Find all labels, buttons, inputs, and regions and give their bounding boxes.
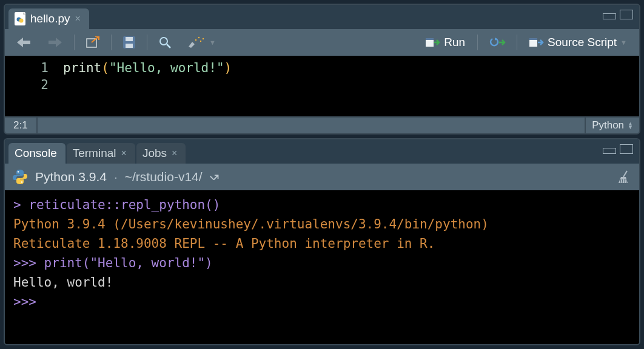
language-selector[interactable]: Python ▲▼: [585, 118, 639, 133]
svg-point-7: [160, 38, 167, 45]
svg-rect-6: [126, 44, 133, 48]
source-script-button[interactable]: Source Script ▼: [523, 33, 633, 52]
chevron-down-icon: ▼: [620, 39, 627, 46]
save-button[interactable]: [118, 33, 141, 52]
svg-point-12: [203, 38, 204, 39]
nav-forward-button[interactable]: [42, 34, 68, 51]
nav-back-button[interactable]: [11, 34, 36, 51]
svg-line-8: [167, 44, 170, 48]
close-icon[interactable]: ×: [75, 13, 81, 24]
source-icon: [529, 36, 544, 48]
svg-rect-5: [126, 37, 133, 41]
rerun-button[interactable]: [484, 34, 511, 51]
tab-jobs[interactable]: Jobs ×: [136, 143, 186, 164]
cursor-position: 2:1: [5, 118, 38, 133]
clear-console-button[interactable]: [617, 170, 632, 184]
python-file-icon: [15, 12, 25, 25]
svg-point-18: [21, 181, 22, 182]
updown-icon: ▲▼: [628, 122, 633, 129]
run-button[interactable]: Run: [420, 33, 471, 52]
pane-window-controls: [603, 144, 633, 154]
run-icon: [426, 36, 440, 48]
editor-tabbar: hello.py ×: [5, 5, 639, 29]
editor-statusbar: 2:1 Python ▲▼: [5, 116, 639, 133]
code-editor[interactable]: 12 print("Hello, world!"): [5, 56, 639, 116]
pane-window-controls: [603, 10, 633, 19]
chevron-down-icon: ▼: [209, 39, 216, 46]
svg-point-9: [195, 39, 196, 41]
svg-rect-16: [529, 38, 537, 40]
console-pane: Console Terminal × Jobs × Python 3.9.4 ·…: [4, 138, 640, 345]
close-icon[interactable]: ×: [121, 148, 127, 159]
open-in-window-button[interactable]: [81, 34, 105, 51]
tab-terminal[interactable]: Terminal ×: [67, 143, 135, 164]
console-header: Python 3.9.4 · ~/rstudio-v14/: [5, 164, 639, 190]
tab-console[interactable]: Console: [8, 143, 65, 164]
svg-point-2: [19, 19, 24, 23]
close-icon[interactable]: ×: [172, 148, 177, 159]
minimize-icon[interactable]: [603, 13, 616, 19]
svg-point-10: [198, 37, 200, 38]
working-dir: ~/rstudio-v14/: [125, 170, 203, 184]
find-button[interactable]: [153, 33, 176, 52]
code-content: print("Hello, world!"): [59, 56, 235, 116]
source-pane: hello.py × ▼: [4, 4, 640, 135]
goto-dir-icon[interactable]: [210, 172, 222, 182]
console-output[interactable]: > reticulate::repl_python() Python 3.9.4…: [5, 190, 639, 344]
tab-filename: hello.py: [30, 12, 70, 25]
code-tools-button[interactable]: ▼: [183, 33, 221, 52]
svg-line-19: [623, 171, 627, 177]
svg-point-17: [18, 171, 19, 172]
svg-point-11: [200, 41, 201, 42]
console-tabbar: Console Terminal × Jobs ×: [5, 139, 639, 164]
maximize-icon[interactable]: [620, 10, 633, 19]
svg-rect-14: [426, 38, 434, 40]
minimize-icon[interactable]: [603, 148, 616, 154]
python-logo-icon: [12, 169, 28, 185]
line-gutter: 12: [5, 56, 59, 116]
maximize-icon[interactable]: [620, 144, 633, 154]
file-tab-hello[interactable]: hello.py ×: [8, 8, 89, 29]
python-version: Python 3.9.4: [35, 170, 107, 184]
editor-toolbar: ▼ Run Source Script ▼: [5, 29, 639, 56]
